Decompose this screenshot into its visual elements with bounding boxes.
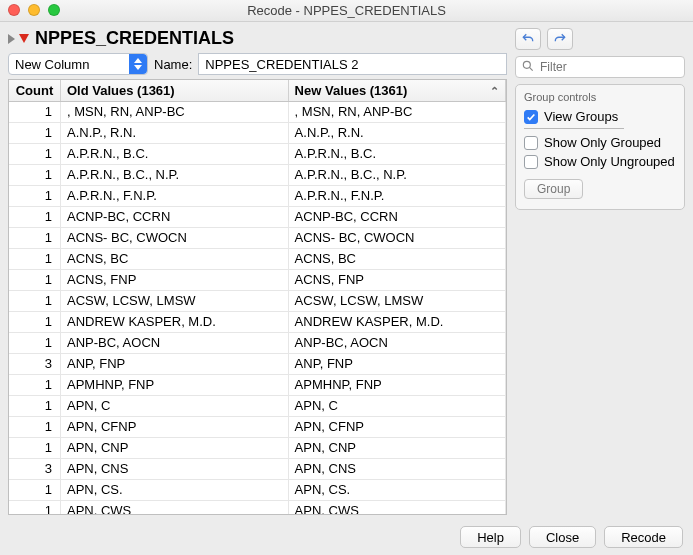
cell-new-value[interactable]: , MSN, RN, ANP-BC <box>289 102 506 123</box>
table-row[interactable]: 1ANDREW KASPER, M.D.ANDREW KASPER, M.D. <box>9 312 506 333</box>
cell-old-value: APMHNP, FNP <box>61 375 289 396</box>
cell-new-value[interactable]: A.N.P., R.N. <box>289 123 506 144</box>
cell-new-value[interactable]: ANDREW KASPER, M.D. <box>289 312 506 333</box>
cell-old-value: ACNP-BC, CCRN <box>61 207 289 228</box>
cell-new-value[interactable]: APN, CFNP <box>289 417 506 438</box>
titlebar: Recode - NPPES_CREDENTIALS <box>0 0 693 22</box>
col-header-count[interactable]: Count <box>9 80 61 101</box>
disclose-icon[interactable] <box>8 34 15 44</box>
col-header-old[interactable]: Old Values (1361) <box>61 80 289 101</box>
table-row[interactable]: 3ANP, FNPANP, FNP <box>9 354 506 375</box>
destination-select[interactable]: New Column <box>8 53 148 75</box>
cell-new-value[interactable]: APN, C <box>289 396 506 417</box>
cell-old-value: ACNS, FNP <box>61 270 289 291</box>
cell-count: 1 <box>9 144 61 165</box>
cell-old-value: ANDREW KASPER, M.D. <box>61 312 289 333</box>
table-row[interactable]: 1ACSW, LCSW, LMSWACSW, LCSW, LMSW <box>9 291 506 312</box>
cell-old-value: A.P.R.N., B.C. <box>61 144 289 165</box>
cell-old-value: A.N.P., R.N. <box>61 123 289 144</box>
table-row[interactable]: 1A.P.R.N., B.C.A.P.R.N., B.C. <box>9 144 506 165</box>
cell-new-value[interactable]: APN, CS. <box>289 480 506 501</box>
cell-new-value[interactable]: APN, CWS <box>289 501 506 514</box>
table-row[interactable]: 1ACNS, BCACNS, BC <box>9 249 506 270</box>
table-row[interactable]: 1APN, CNPAPN, CNP <box>9 438 506 459</box>
show-only-ungrouped-checkbox[interactable] <box>524 155 538 169</box>
table-row[interactable]: 1, MSN, RN, ANP-BC, MSN, RN, ANP-BC <box>9 102 506 123</box>
cell-new-value[interactable]: APN, CNS <box>289 459 506 480</box>
show-only-grouped-checkbox[interactable] <box>524 136 538 150</box>
group-controls-panel: Group controls View Groups Show Only Gro… <box>515 84 685 210</box>
cell-new-value[interactable]: ACNS- BC, CWOCN <box>289 228 506 249</box>
recode-button[interactable]: Recode <box>604 526 683 548</box>
cell-count: 1 <box>9 165 61 186</box>
table-row[interactable]: 3APN, CNSAPN, CNS <box>9 459 506 480</box>
table-row[interactable]: 1APMHNP, FNPAPMHNP, FNP <box>9 375 506 396</box>
cell-old-value: ANP-BC, AOCN <box>61 333 289 354</box>
close-window-icon[interactable] <box>8 4 20 16</box>
filter-input[interactable] <box>515 56 685 78</box>
cell-new-value[interactable]: ACNP-BC, CCRN <box>289 207 506 228</box>
cell-count: 1 <box>9 102 61 123</box>
cell-old-value: ACNS- BC, CWOCN <box>61 228 289 249</box>
zoom-window-icon[interactable] <box>48 4 60 16</box>
svg-point-0 <box>523 61 530 68</box>
values-table: Count Old Values (1361) New Values (1361… <box>8 79 507 515</box>
minimize-window-icon[interactable] <box>28 4 40 16</box>
show-only-grouped-label: Show Only Grouped <box>544 135 661 150</box>
cell-count: 1 <box>9 333 61 354</box>
cell-new-value[interactable]: APMHNP, FNP <box>289 375 506 396</box>
table-row[interactable]: 1APN, CS.APN, CS. <box>9 480 506 501</box>
cell-count: 1 <box>9 375 61 396</box>
undo-button[interactable] <box>515 28 541 50</box>
cell-new-value[interactable]: ACNS, BC <box>289 249 506 270</box>
table-row[interactable]: 1A.N.P., R.N.A.N.P., R.N. <box>9 123 506 144</box>
cell-new-value[interactable]: A.P.R.N., B.C. <box>289 144 506 165</box>
svg-line-1 <box>529 67 532 70</box>
close-button[interactable]: Close <box>529 526 596 548</box>
table-row[interactable]: 1ACNS, FNPACNS, FNP <box>9 270 506 291</box>
cell-old-value: APN, CWS <box>61 501 289 514</box>
search-icon <box>521 59 535 76</box>
cell-new-value[interactable]: A.P.R.N., F.N.P. <box>289 186 506 207</box>
cell-new-value[interactable]: APN, CNP <box>289 438 506 459</box>
redo-button[interactable] <box>547 28 573 50</box>
table-row[interactable]: 1ACNS- BC, CWOCNACNS- BC, CWOCN <box>9 228 506 249</box>
cell-new-value[interactable]: ANP, FNP <box>289 354 506 375</box>
table-row[interactable]: 1APN, CFNPAPN, CFNP <box>9 417 506 438</box>
cell-count: 3 <box>9 354 61 375</box>
cell-old-value: APN, CNS <box>61 459 289 480</box>
cell-count: 1 <box>9 396 61 417</box>
cell-old-value: ACSW, LCSW, LMSW <box>61 291 289 312</box>
cell-old-value: APN, CFNP <box>61 417 289 438</box>
column-heading: NPPES_CREDENTIALS <box>35 28 234 49</box>
cell-count: 1 <box>9 228 61 249</box>
cell-count: 1 <box>9 123 61 144</box>
cell-new-value[interactable]: ACNS, FNP <box>289 270 506 291</box>
panel-title: Group controls <box>524 91 676 103</box>
table-row[interactable]: 1ACNP-BC, CCRNACNP-BC, CCRN <box>9 207 506 228</box>
table-row[interactable]: 1A.P.R.N., F.N.P.A.P.R.N., F.N.P. <box>9 186 506 207</box>
cell-old-value: A.P.R.N., B.C., N.P. <box>61 165 289 186</box>
cell-new-value[interactable]: ANP-BC, AOCN <box>289 333 506 354</box>
cell-count: 1 <box>9 186 61 207</box>
table-row[interactable]: 1APN, CWSAPN, CWS <box>9 501 506 514</box>
destination-select-value: New Column <box>15 57 89 72</box>
help-button[interactable]: Help <box>460 526 521 548</box>
cell-new-value[interactable]: ACSW, LCSW, LMSW <box>289 291 506 312</box>
name-label: Name: <box>154 57 192 72</box>
select-arrows-icon <box>129 54 147 74</box>
new-column-name-input[interactable] <box>198 53 507 75</box>
cell-count: 1 <box>9 501 61 514</box>
table-row[interactable]: 1ANP-BC, AOCNANP-BC, AOCN <box>9 333 506 354</box>
view-groups-label: View Groups <box>544 109 618 124</box>
col-header-new[interactable]: New Values (1361) ⌃ <box>289 80 506 101</box>
group-button[interactable]: Group <box>524 179 583 199</box>
table-row[interactable]: 1APN, CAPN, C <box>9 396 506 417</box>
table-row[interactable]: 1A.P.R.N., B.C., N.P.A.P.R.N., B.C., N.P… <box>9 165 506 186</box>
cell-count: 1 <box>9 291 61 312</box>
cell-count: 1 <box>9 438 61 459</box>
cell-count: 1 <box>9 249 61 270</box>
cell-count: 3 <box>9 459 61 480</box>
view-groups-checkbox[interactable] <box>524 110 538 124</box>
cell-new-value[interactable]: A.P.R.N., B.C., N.P. <box>289 165 506 186</box>
